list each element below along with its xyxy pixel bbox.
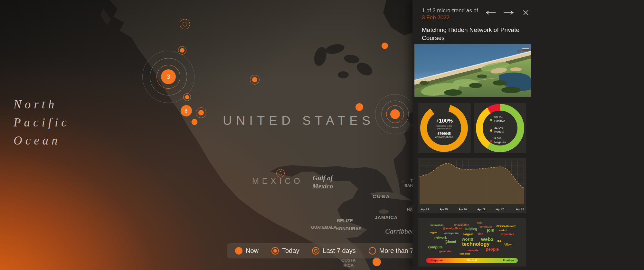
- map-marker-cluster[interactable]: [390, 109, 400, 119]
- trend-image: [414, 44, 531, 97]
- map-marker-today[interactable]: [250, 75, 260, 85]
- conversation-count-label: conversations: [435, 135, 453, 139]
- marker-dot: [198, 110, 204, 115]
- wordcloud-term: compute: [428, 245, 443, 249]
- wordcloud-term: technology: [462, 241, 489, 247]
- previous-arrow-button[interactable]: [485, 10, 497, 15]
- trend-navigation: [485, 9, 529, 16]
- map-marker-today[interactable]: [196, 107, 206, 118]
- x-axis-tick: Apr 25: [440, 208, 448, 211]
- wordcloud-term: @ParamLaboratory: [496, 225, 516, 227]
- x-axis-tick: Apr 24: [421, 208, 429, 211]
- area-chart-plot: [420, 161, 524, 204]
- close-icon[interactable]: [522, 9, 529, 16]
- micro-trend-panel: 1 of 2 micro-trend as of 3 Feb 2022 Matc…: [412, 0, 644, 270]
- wordcloud-term: innovate: [467, 249, 478, 252]
- map-marker-rings2[interactable]: [180, 19, 190, 29]
- map-marker-now[interactable]: [373, 258, 381, 266]
- marker-dot: [180, 48, 185, 53]
- volume-change-value: +100%: [436, 118, 453, 124]
- sentiment-legend-positive: 59.2%Positive: [490, 115, 507, 123]
- legend-item-today[interactable]: Today: [271, 247, 299, 255]
- map-legend-bar: Now Today Last 7 days More than 7 days a…: [227, 243, 420, 258]
- cluster-count: 3: [161, 69, 176, 84]
- wordcloud-term: #AI: [497, 239, 503, 243]
- x-axis-tick-labels: Apr 24Apr 25Apr 26Apr 27Apr 28Apr 29: [420, 208, 524, 212]
- cluster-count: [390, 109, 400, 119]
- wordcloud-term: crypto: [430, 231, 437, 234]
- wordcloud-term: shit: [477, 221, 482, 225]
- wordcloud-term: join: [487, 228, 494, 233]
- wordcloud-term: largest: [463, 232, 473, 236]
- map-marker-today[interactable]: [183, 93, 191, 101]
- marker-dot: [252, 77, 257, 82]
- sentiment-legend-neutral: 31.9%Neutral: [490, 126, 507, 134]
- map-marker-cluster[interactable]: 6: [181, 105, 192, 116]
- wordcloud-term: innovation: [431, 224, 443, 226]
- map-marker-now[interactable]: [355, 103, 363, 111]
- wordcloud-term: @ionet: [445, 240, 456, 244]
- x-axis-tick: Apr 26: [459, 208, 467, 211]
- trend-title: Matching Hidden Network of Private Cours…: [422, 26, 522, 42]
- positive-dot-icon: [490, 119, 492, 121]
- legend-item-last-7-days[interactable]: Last 7 days: [312, 247, 355, 255]
- wordcloud-term: world: [462, 237, 473, 242]
- map-marker-now[interactable]: [192, 119, 198, 125]
- map-marker-cluster[interactable]: 3: [161, 69, 176, 84]
- wordcloud-term: generated: [439, 250, 452, 253]
- negative-dot-icon: [490, 140, 492, 142]
- wordcloud-term: @ionet_official: [443, 227, 462, 230]
- map-marker-rings2[interactable]: [276, 169, 285, 177]
- marker-ring: [279, 171, 282, 175]
- gradient-label-positive: Positive: [503, 259, 514, 262]
- sentiment-donut-card: 59.2%Positive 31.9%Neutral 9.0%Negative: [474, 103, 526, 153]
- cluster-count: 6: [181, 105, 192, 116]
- next-arrow-button[interactable]: [503, 10, 515, 15]
- more-than-7-days-marker-icon: [369, 247, 376, 255]
- wordcloud-card: innovationunavailableshitcontinues@Param…: [418, 218, 526, 266]
- trend-date: 3 Feb 2022: [422, 14, 478, 21]
- wordcloud-term: ecosystem: [444, 232, 459, 235]
- wordcloud-term: follow: [504, 243, 512, 246]
- trend-counter: 1 of 2 micro-trend as of 3 Feb 2022: [422, 7, 478, 21]
- x-axis-tick: Apr 27: [477, 208, 485, 211]
- wordcloud-term: expensive: [501, 233, 514, 236]
- sentiment-legend-negative: 9.0%Negative: [490, 136, 507, 144]
- map-marker-now[interactable]: [382, 43, 388, 49]
- volume-trend-chart-card: Apr 24Apr 25Apr 26Apr 27Apr 28Apr 29: [418, 158, 526, 213]
- area-chart-fill: [420, 164, 524, 204]
- gradient-label-negative: Negative: [431, 259, 443, 262]
- volume-donut-card: +100% Compared to the previous period 67…: [418, 103, 471, 153]
- geo-trends-app: North Pacific Ocean UNITED STATES MEXICO…: [0, 0, 644, 270]
- wordcloud-term: people: [486, 247, 499, 252]
- wordcloud-term: market: [499, 229, 507, 231]
- sentiment-gradient-bar: Negative Neutral Positive: [426, 258, 518, 263]
- conversation-count: 6766045: [438, 132, 451, 135]
- sentiment-legend: 59.2%Positive 31.9%Neutral 9.0%Negative: [490, 115, 507, 144]
- last-7-days-marker-icon: [312, 247, 319, 255]
- marker-ring: [183, 22, 187, 26]
- legend-item-now[interactable]: Now: [235, 247, 259, 255]
- x-axis-tick: Apr 28: [496, 208, 504, 211]
- gradient-label-neutral: Neutral: [467, 259, 477, 262]
- volume-donut-labels: +100% Compared to the previous period 67…: [418, 103, 471, 153]
- wordcloud-term: rise: [478, 232, 483, 235]
- wordcloud-term: building: [465, 227, 477, 231]
- wordcloud-term: complete: [459, 252, 470, 255]
- marker-dot: [185, 95, 189, 99]
- wordcloud-term: unavailable: [454, 223, 469, 226]
- now-marker-icon: [235, 247, 242, 255]
- today-marker-icon: [271, 247, 279, 255]
- x-axis-tick: Apr 29: [516, 208, 524, 211]
- wordcloud-term: network: [434, 236, 447, 239]
- neutral-dot-icon: [490, 129, 492, 132]
